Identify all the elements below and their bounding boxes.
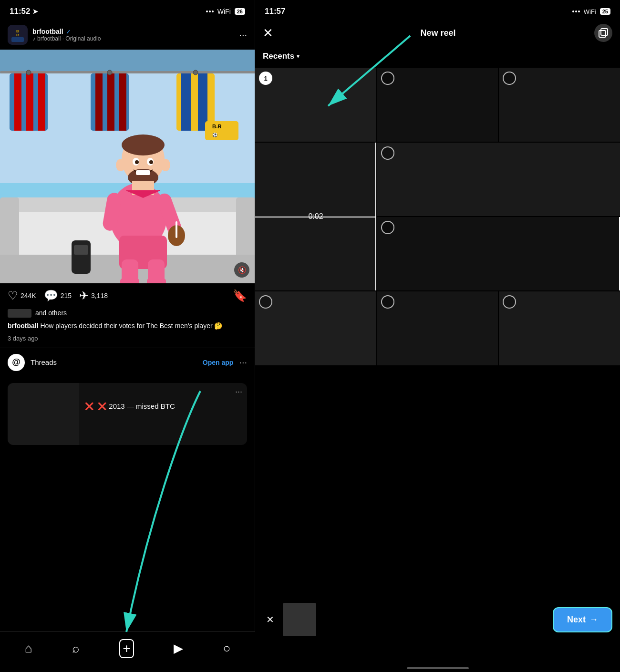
- right-thumbs: [377, 143, 620, 290]
- home-indicator-right: [407, 667, 469, 669]
- media-cell-8[interactable]: [499, 291, 620, 365]
- signal-dots: [206, 10, 214, 12]
- svg-point-34: [122, 134, 165, 155]
- selection-circle-7: [381, 295, 394, 309]
- wifi-icon-right: WiFi: [584, 8, 596, 15]
- comment-icon: 💬: [44, 289, 58, 302]
- svg-rect-16: [95, 73, 103, 131]
- media-cell-6[interactable]: [255, 291, 376, 365]
- battery-badge-right: 25: [600, 8, 610, 15]
- media-cell-7[interactable]: [377, 291, 498, 365]
- likes-text: and others: [35, 309, 67, 317]
- media-cell-1[interactable]: 1: [255, 68, 376, 142]
- large-preview-cell[interactable]: 0:02: [255, 143, 376, 290]
- wifi-icon: WiFi: [217, 8, 231, 15]
- bottom-overlay: ✕ Next →: [255, 596, 620, 643]
- svg-rect-13: [38, 73, 45, 131]
- svg-rect-58: [601, 29, 608, 35]
- right-panel: 11:57 WiFi 25 ✕ New reel Recents ▾: [255, 0, 620, 672]
- audio-info: ♪ brfootball · Original audio: [32, 35, 234, 42]
- svg-rect-46: [176, 221, 177, 238]
- bookmark-button[interactable]: 🔖: [233, 289, 247, 302]
- post-info: brfootball ✓ ♪ brfootball · Original aud…: [32, 28, 234, 42]
- post-actions: ♡ 244K 💬 215 ✈ 3,118 🔖: [0, 283, 255, 308]
- media-cell-5[interactable]: [377, 217, 620, 290]
- threads-promo: @ Threads Open app ···: [0, 348, 255, 377]
- grid-complex-row: 0:02: [255, 143, 620, 290]
- selection-circle-8: [503, 295, 516, 309]
- username: brfootball: [32, 28, 63, 35]
- recents-label: Recents: [263, 52, 294, 61]
- svg-text:⚽: ⚽: [212, 132, 218, 138]
- overlay-close-button[interactable]: ✕: [263, 612, 277, 627]
- open-app-button[interactable]: Open app: [203, 359, 234, 366]
- svg-rect-51: [120, 279, 139, 283]
- overlay-preview-thumbnail: [283, 603, 316, 636]
- likes-count: 244K: [21, 292, 36, 300]
- location-icon: ➤: [32, 8, 38, 15]
- sound-off-icon[interactable]: 🔇: [234, 262, 249, 278]
- svg-point-42: [161, 159, 170, 171]
- left-panel: 11:52 ➤ WiFi 26 B R brfootball: [0, 0, 255, 672]
- nav-create[interactable]: +: [112, 635, 141, 662]
- next-button[interactable]: Next →: [553, 607, 612, 632]
- preview-text: ❌ ❌ 2013 — missed BTC: [85, 402, 241, 411]
- preview-caption: ❌ 2013 — missed BTC: [98, 402, 175, 410]
- media-cell-2[interactable]: [377, 68, 498, 142]
- next-button-label: Next: [567, 615, 586, 625]
- svg-rect-8: [0, 50, 255, 73]
- time-display-left: 11:52: [10, 7, 30, 16]
- media-cell-4[interactable]: [377, 143, 620, 216]
- verified-icon: ✓: [66, 28, 71, 35]
- svg-rect-5: [11, 37, 24, 42]
- shares-count: 3,118: [91, 292, 108, 300]
- post-image[interactable]: B-R ⚽: [0, 50, 255, 283]
- close-button[interactable]: ✕: [263, 26, 282, 41]
- share-button[interactable]: ✈ 3,118: [79, 289, 108, 302]
- threads-logo: @: [8, 354, 25, 371]
- like-button[interactable]: ♡ 244K: [8, 289, 36, 302]
- selection-number-1: 1: [259, 72, 272, 85]
- caption-username: brfootball: [8, 322, 39, 330]
- multi-select-button[interactable]: [594, 24, 612, 42]
- comments-count: 215: [61, 292, 72, 300]
- nav-home[interactable]: ⌂: [17, 637, 40, 660]
- media-cell-3[interactable]: [499, 68, 620, 142]
- recents-bar[interactable]: Recents ▾: [255, 49, 620, 68]
- more-options-button[interactable]: ···: [239, 30, 247, 41]
- audio-label: brfootball · Original audio: [37, 35, 101, 42]
- avatar: B R: [8, 25, 28, 45]
- preview-more-icon[interactable]: ···: [235, 387, 242, 397]
- svg-point-23: [193, 70, 198, 75]
- svg-rect-24: [205, 121, 238, 140]
- threads-more-button[interactable]: ···: [239, 357, 247, 368]
- svg-rect-56: [74, 245, 88, 255]
- chevron-down-icon: ▾: [297, 53, 300, 60]
- signal-dots-right: [572, 10, 580, 12]
- preview-content: ··· ❌ ❌ 2013 — missed BTC: [79, 383, 247, 445]
- svg-rect-36: [136, 170, 150, 175]
- nav-profile[interactable]: ○: [216, 637, 238, 660]
- reels-icon: ▶: [174, 641, 183, 656]
- selection-circle-5: [381, 221, 394, 234]
- next-post-preview[interactable]: ··· ❌ ❌ 2013 — missed BTC: [8, 383, 247, 445]
- svg-point-39: [135, 160, 139, 164]
- selection-circle-4: [381, 146, 394, 160]
- status-bar-left: 11:52 ➤ WiFi 26: [0, 0, 255, 20]
- svg-rect-57: [599, 31, 606, 37]
- status-bar-right: 11:57 WiFi 25: [255, 0, 620, 20]
- music-note: ♪: [32, 35, 35, 42]
- nav-search[interactable]: ⌕: [64, 637, 87, 660]
- svg-text:R: R: [16, 33, 19, 37]
- svg-rect-17: [107, 73, 114, 131]
- grid-row-1: 1: [255, 68, 620, 142]
- comment-button[interactable]: 💬 215: [44, 289, 72, 302]
- post-time: 3 days ago: [0, 334, 255, 348]
- svg-point-41: [116, 159, 125, 171]
- status-icons-left: WiFi 26: [206, 8, 245, 15]
- bottom-nav: ⌂ ⌕ + ▶ ○: [0, 631, 255, 672]
- nav-reels[interactable]: ▶: [166, 637, 191, 660]
- timeline-crosshair: [255, 217, 376, 217]
- preview-emoji: ❌: [85, 402, 94, 410]
- time-left: 11:52 ➤: [10, 7, 38, 16]
